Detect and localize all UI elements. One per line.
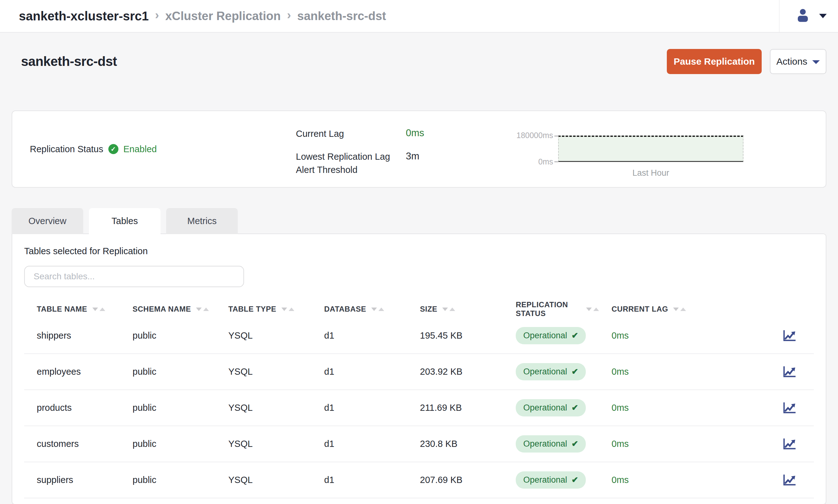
sort-icon[interactable] [196, 308, 209, 311]
chart-y-min-label: 0ms [501, 157, 553, 166]
tab-metrics[interactable]: Metrics [166, 208, 238, 234]
current-lag-value: 0ms [406, 127, 424, 139]
chevron-down-icon [812, 60, 820, 64]
cell-table-name: suppliers [24, 475, 120, 485]
lag-graph-icon[interactable] [782, 365, 797, 378]
sort-icon[interactable] [281, 308, 294, 311]
replication-status-value: Enabled [123, 144, 157, 155]
cell-size: 207.69 KB [407, 475, 503, 485]
table-row[interactable]: suppliers public YSQL d1 207.69 KB Opera… [24, 462, 814, 498]
check-circle-icon: ✓ [108, 144, 118, 154]
cell-schema-name: public [120, 475, 216, 485]
table-row[interactable]: customers public YSQL d1 230.8 KB Operat… [24, 426, 814, 462]
cell-current-lag: 0ms [599, 366, 693, 377]
breadcrumb-xcluster-replication[interactable]: xCluster Replication [165, 10, 280, 23]
table-row[interactable]: employees public YSQL d1 203.92 KB Opera… [24, 354, 814, 390]
lag-graph-icon[interactable] [782, 329, 797, 342]
sort-icon[interactable] [92, 308, 105, 311]
page-title: sanketh-src-dst [21, 54, 117, 69]
current-lag-label: Current Lag [296, 129, 344, 139]
title-actions: Pause Replication Actions [667, 49, 826, 74]
chevron-right-icon: › [155, 8, 159, 22]
tab-tables[interactable]: Tables [89, 208, 160, 234]
cell-table-name: shippers [24, 330, 120, 341]
lag-alert-threshold-label: Lowest Replication Lag Alert Threshold [296, 150, 390, 176]
tab-bar: Overview Tables Metrics [12, 208, 826, 234]
breadcrumb-universe[interactable]: sanketh-xcluster-src1 [19, 9, 149, 23]
replication-status-label: Replication Status [30, 144, 103, 155]
column-header-table-type[interactable]: TABLE TYPE [216, 305, 312, 313]
status-badge: Operational✔ [516, 327, 586, 344]
check-icon: ✔ [572, 331, 579, 341]
replication-status-panel: Replication Status ✓ Enabled Current Lag… [12, 110, 826, 188]
cell-schema-name: public [120, 366, 216, 377]
cell-table-name: employees [24, 366, 120, 377]
status-badge: Operational✔ [516, 399, 586, 416]
cell-table-type: YSQL [216, 439, 312, 449]
cell-table-type: YSQL [216, 403, 312, 413]
chart-tick [554, 161, 558, 162]
sort-icon[interactable] [371, 308, 384, 311]
replication-status: Replication Status ✓ Enabled [30, 111, 157, 187]
cell-current-lag: 0ms [599, 403, 693, 413]
search-input[interactable] [24, 266, 244, 287]
actions-dropdown-button[interactable]: Actions [770, 49, 826, 74]
lag-graph-icon[interactable] [782, 473, 797, 487]
sort-icon[interactable] [442, 308, 455, 311]
column-header-table-name[interactable]: TABLE NAME [24, 305, 120, 313]
breadcrumb: sanketh-xcluster-src1 › xCluster Replica… [0, 9, 386, 23]
cell-replication-status: Operational✔ [503, 471, 599, 489]
cell-replication-status: Operational✔ [503, 435, 599, 452]
lag-graph-icon[interactable] [782, 401, 797, 415]
table-row[interactable]: shippers public YSQL d1 195.45 KB Operat… [24, 318, 814, 354]
column-header-replication-status[interactable]: REPLICATION STATUS [503, 300, 599, 318]
cell-database: d1 [312, 439, 407, 449]
cell-table-type: YSQL [216, 475, 312, 485]
lag-alert-threshold-label-line1: Lowest Replication Lag [296, 150, 390, 163]
table-header-row: TABLE NAME SCHEMA NAME TABLE TYPE DATABA… [24, 300, 814, 318]
page-content: sanketh-src-dst Pause Replication Action… [0, 49, 838, 504]
cell-table-name: customers [24, 439, 120, 449]
title-row: sanketh-src-dst Pause Replication Action… [12, 49, 826, 74]
chevron-right-icon: › [287, 8, 291, 22]
column-header-schema-name[interactable]: SCHEMA NAME [120, 305, 216, 313]
chart-y-max-label: 180000ms [501, 131, 553, 140]
user-icon [795, 7, 811, 25]
tab-overview[interactable]: Overview [12, 208, 83, 234]
cell-size: 230.8 KB [407, 439, 503, 449]
column-header-current-lag[interactable]: CURRENT LAG [599, 305, 693, 313]
cell-database: d1 [312, 475, 407, 485]
cell-current-lag: 0ms [599, 330, 693, 341]
actions-label: Actions [776, 56, 807, 67]
chart-tick [554, 136, 558, 137]
column-header-size[interactable]: SIZE [407, 305, 503, 313]
check-icon: ✔ [572, 403, 579, 413]
chevron-down-icon [819, 14, 827, 18]
topbar-right [779, 0, 838, 32]
column-header-database[interactable]: DATABASE [312, 305, 407, 313]
cell-size: 195.45 KB [407, 330, 503, 341]
lag-sparkline-chart [558, 136, 744, 162]
breadcrumb-replication-name: sanketh-src-dst [297, 10, 386, 23]
sort-icon[interactable] [586, 308, 599, 311]
lag-graph-icon[interactable] [782, 437, 797, 451]
chart-x-axis-label: Last Hour [558, 168, 744, 178]
cell-replication-status: Operational✔ [503, 363, 599, 380]
status-badge: Operational✔ [516, 363, 586, 380]
pause-replication-button[interactable]: Pause Replication [667, 49, 762, 74]
sort-icon[interactable] [673, 308, 686, 311]
cell-table-name: products [24, 403, 120, 413]
top-header-bar: sanketh-xcluster-src1 › xCluster Replica… [0, 0, 838, 33]
table-row[interactable]: products public YSQL d1 211.69 KB Operat… [24, 390, 814, 426]
check-icon: ✔ [572, 439, 579, 449]
divider [779, 0, 780, 32]
cell-size: 211.69 KB [407, 403, 503, 413]
cell-table-type: YSQL [216, 330, 312, 341]
user-menu-button[interactable] [795, 7, 838, 25]
lag-alert-threshold-value: 3m [406, 151, 419, 162]
cell-table-type: YSQL [216, 366, 312, 377]
section-heading: Tables selected for Replication [24, 246, 814, 256]
lag-alert-threshold-label-line2: Alert Threshold [296, 163, 390, 176]
cell-current-lag: 0ms [599, 439, 693, 449]
cell-database: d1 [312, 403, 407, 413]
